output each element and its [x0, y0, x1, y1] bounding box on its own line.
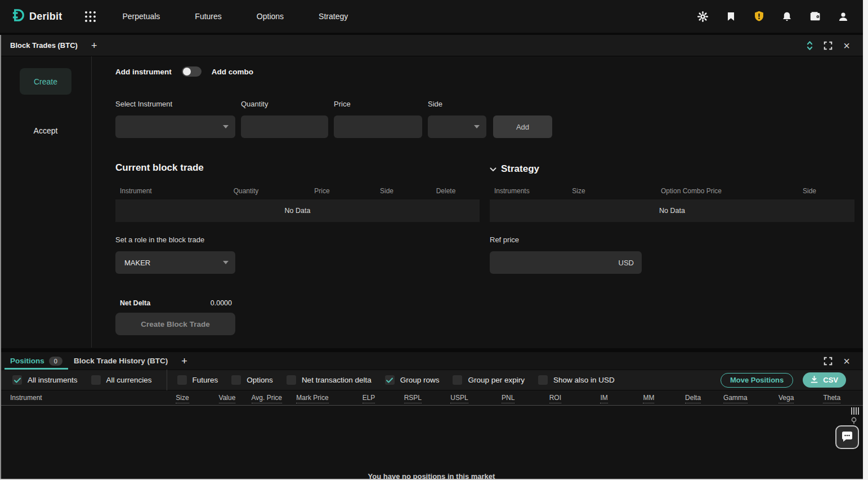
fullscreen-icon[interactable]	[823, 356, 833, 366]
col-mm[interactable]: MM	[608, 394, 655, 402]
notifications-bell-icon[interactable]	[781, 10, 793, 23]
filter-group-rows[interactable]: Group rows	[385, 375, 440, 385]
filter-options[interactable]: Options	[231, 375, 273, 385]
col-vega[interactable]: Vega	[748, 394, 794, 402]
chevron-down-icon	[474, 125, 480, 128]
accept-tab-button[interactable]: Accept	[34, 126, 58, 135]
col-pnl[interactable]: PNL	[468, 394, 515, 402]
col-theta[interactable]: Theta	[794, 394, 840, 402]
col-size: Size	[539, 187, 618, 195]
net-delta-value: 0.0000	[211, 299, 232, 307]
col-option-combo-price: Option Combo Price	[618, 187, 764, 195]
col-gamma[interactable]: Gamma	[701, 394, 748, 402]
block-trades-main: Add instrument Add combo Select Instrume…	[92, 56, 863, 348]
panel-title: Block Trades (BTC)	[10, 41, 78, 50]
top-navigation-bar: Deribit Perpetuals Futures Options Strat…	[0, 0, 863, 33]
col-instruments: Instruments	[490, 187, 539, 195]
user-account-icon[interactable]	[837, 10, 849, 23]
tab-positions[interactable]: Positions 0	[5, 352, 68, 370]
bookmark-icon[interactable]	[724, 10, 737, 23]
move-positions-button[interactable]: Move Positions	[721, 373, 793, 388]
checkbox[interactable]	[231, 375, 241, 385]
tab-block-trade-history[interactable]: Block Trade History (BTC)	[68, 352, 173, 370]
col-delta[interactable]: Delta	[654, 394, 701, 402]
col-rspl[interactable]: RSPL	[375, 394, 422, 402]
col-quantity: Quantity	[209, 187, 283, 195]
col-instrument[interactable]: Instrument	[10, 394, 142, 402]
ref-price-label: Ref price	[490, 235, 854, 246]
positions-panel: Positions 0 Block Trade History (BTC) + …	[0, 352, 863, 480]
warning-shield-icon[interactable]	[753, 10, 765, 23]
strategy-empty: No Data	[490, 199, 854, 222]
close-icon[interactable]: ×	[842, 356, 852, 366]
checkbox[interactable]	[177, 375, 187, 385]
positions-table-header: Instrument Size Value Avg. Price Mark Pr…	[0, 390, 863, 406]
expand-collapse-icon[interactable]	[804, 41, 815, 51]
download-icon	[811, 376, 818, 385]
add-tab-icon[interactable]: +	[181, 356, 187, 366]
fullscreen-icon[interactable]	[823, 41, 833, 51]
col-size[interactable]: Size	[142, 394, 189, 402]
create-tab-button[interactable]: Create	[20, 68, 71, 95]
nav-item-futures[interactable]: Futures	[195, 12, 221, 21]
checkbox[interactable]	[538, 375, 548, 385]
checkbox[interactable]	[287, 375, 296, 385]
filter-all-currencies[interactable]: All currencies	[91, 375, 152, 385]
col-im[interactable]: IM	[561, 394, 608, 402]
deribit-logo-icon	[10, 8, 25, 25]
filter-net-transaction-delta[interactable]: Net transaction delta	[287, 375, 372, 385]
col-value[interactable]: Value	[189, 394, 236, 402]
col-price: Price	[283, 187, 361, 195]
instrument-combo-toggle[interactable]	[182, 66, 202, 77]
strategy-collapse-chevron-icon[interactable]	[490, 163, 496, 175]
filter-group-per-expiry[interactable]: Group per expiry	[453, 375, 525, 385]
settings-gear-icon[interactable]	[696, 10, 709, 23]
filter-show-also-in-usd[interactable]: Show also in USD	[538, 375, 615, 385]
checkbox[interactable]	[453, 375, 462, 385]
main-nav: Perpetuals Futures Options Strategy	[122, 12, 348, 21]
nav-item-options[interactable]: Options	[257, 12, 284, 21]
quantity-label: Quantity	[241, 100, 328, 111]
add-tab-icon[interactable]: +	[91, 41, 97, 51]
close-icon[interactable]: ×	[842, 41, 852, 51]
checkbox[interactable]	[385, 375, 395, 385]
nav-item-perpetuals[interactable]: Perpetuals	[122, 12, 160, 21]
role-dropdown[interactable]: MAKER	[115, 251, 235, 274]
add-button[interactable]: Add	[493, 115, 552, 138]
apps-grid-icon[interactable]	[84, 11, 96, 23]
filter-divider	[167, 370, 167, 390]
col-mark-price[interactable]: Mark Price	[282, 394, 329, 402]
chevron-down-icon	[223, 261, 229, 264]
select-instrument-dropdown[interactable]	[115, 115, 235, 138]
block-trades-sidebar: Create Accept	[0, 56, 92, 348]
brand-name: Deribit	[29, 11, 62, 23]
col-roi[interactable]: ROI	[514, 394, 561, 402]
create-block-trade-button[interactable]: Create Block Trade	[115, 313, 235, 335]
col-delete: Delete	[412, 187, 480, 195]
net-delta-label: Net Delta	[120, 299, 150, 307]
side-label: Side	[428, 100, 486, 111]
col-instrument: Instrument	[115, 187, 209, 195]
wallet-icon[interactable]	[809, 10, 821, 23]
chat-support-button[interactable]	[835, 425, 859, 449]
checkbox[interactable]	[12, 375, 22, 385]
col-avg-price[interactable]: Avg. Price	[235, 394, 282, 402]
column-drag-handle[interactable]	[851, 407, 859, 415]
checkbox[interactable]	[91, 375, 101, 385]
ref-price-input[interactable]: USD	[490, 251, 642, 274]
filter-all-instruments[interactable]: All instruments	[12, 375, 78, 385]
quantity-input[interactable]	[241, 115, 328, 138]
price-input[interactable]	[334, 115, 422, 138]
chevron-down-icon	[223, 125, 229, 128]
deribit-logo[interactable]: Deribit	[10, 8, 62, 25]
col-side: Side	[764, 187, 854, 195]
filter-futures[interactable]: Futures	[177, 375, 218, 385]
add-instrument-label: Add instrument	[115, 68, 172, 76]
col-elp[interactable]: ELP	[329, 394, 375, 402]
csv-export-button[interactable]: CSV	[803, 372, 846, 388]
toggle-knob	[183, 68, 191, 75]
nav-item-strategy[interactable]: Strategy	[319, 12, 348, 21]
col-uspl[interactable]: USPL	[422, 394, 468, 402]
side-dropdown[interactable]	[428, 115, 486, 138]
block-trades-panel-header: Block Trades (BTC) + ×	[0, 35, 863, 56]
